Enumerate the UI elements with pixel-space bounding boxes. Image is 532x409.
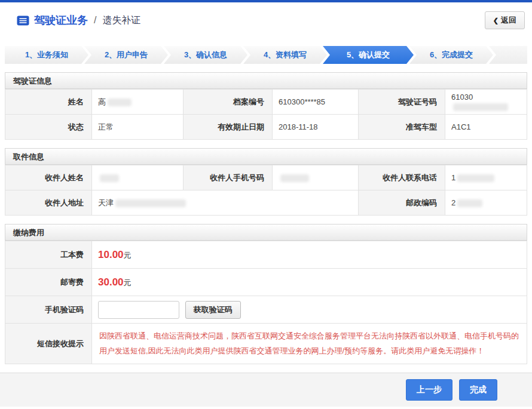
pickup-section-title: 取件信息: [5, 148, 527, 165]
pickup-info-table: 收件人姓名 收件人手机号码 收件人联系电话 1 收件人地址 天津 邮政编码 2: [5, 165, 527, 216]
license-number-label: 驾驶证号码: [359, 90, 445, 115]
captcha-cell: 获取验证码: [92, 296, 527, 324]
chevron-left-icon: ❮: [493, 17, 499, 24]
step-6-finish-submit: 6、完成提交: [409, 46, 493, 64]
recipient-phone-value: 1: [445, 165, 527, 190]
captcha-label: 手机验证码: [5, 296, 92, 324]
recipient-name-value: [92, 165, 184, 190]
mail-fee-amount: 30.00: [98, 276, 124, 288]
redacted-text: [115, 199, 186, 207]
status-value: 正常: [92, 115, 184, 140]
page-title: 驾驶证业务: [34, 13, 88, 27]
step-1-business-notice: 1、业务须知: [5, 46, 88, 64]
breadcrumb-separator: /: [94, 15, 96, 26]
recipient-phone-label: 收件人联系电话: [359, 165, 445, 190]
sms-notice-cell: 因陕西省联通、电信运营商技术问题，陕西省互联网交通安全综合服务管理平台无法向持陕…: [92, 324, 527, 364]
back-button[interactable]: ❮ 返回: [485, 11, 525, 29]
name-value: 高: [92, 90, 184, 115]
payment-section-title: 缴纳费用: [5, 224, 527, 241]
table-row: 邮寄费 30.00元: [5, 269, 527, 296]
recipient-address-label: 收件人地址: [5, 190, 92, 216]
license-info-section: 驾驶证信息 姓名 高 档案编号 610300****85 驾驶证号码 61030…: [5, 72, 527, 140]
step-4-fill-materials: 4、资料填写: [243, 46, 327, 64]
sms-notice-label: 短信接收提示: [5, 324, 92, 364]
vehicle-class-value: A1C1: [445, 115, 527, 140]
license-number-value: 61030: [445, 90, 527, 115]
work-fee-label: 工本费: [5, 241, 92, 269]
finish-button[interactable]: 完成: [459, 379, 497, 401]
work-fee-amount: 10.00: [98, 249, 124, 260]
list-icon: [17, 15, 29, 26]
expiry-date-label: 有效期止日期: [184, 115, 273, 140]
file-number-value: 610300****85: [273, 90, 359, 115]
currency-unit: 元: [124, 278, 132, 287]
vehicle-class-label: 准驾车型: [359, 115, 445, 140]
pickup-info-section: 取件信息 收件人姓名 收件人手机号码 收件人联系电话 1 收件人地址 天津 邮政…: [5, 148, 527, 216]
recipient-address-value: 天津: [92, 190, 359, 216]
redacted-text: [457, 174, 494, 182]
step-2-user-declaration: 2、用户申告: [84, 46, 168, 64]
currency-unit: 元: [124, 251, 132, 260]
breadcrumb: 驾驶证业务 / 遗失补证: [17, 13, 140, 27]
table-row: 姓名 高 档案编号 610300****85 驾驶证号码 61030: [5, 90, 527, 115]
redacted-text: [453, 103, 508, 111]
step-3-confirm-info: 3、确认信息: [164, 46, 247, 64]
redacted-text: [457, 199, 482, 207]
mail-fee-label: 邮寄费: [5, 269, 92, 296]
expiry-date-value: 2018-11-18: [273, 115, 359, 140]
postal-code-label: 邮政编码: [359, 190, 445, 216]
recipient-name-label: 收件人姓名: [5, 165, 92, 190]
table-row: 短信接收提示 因陕西省联通、电信运营商技术问题，陕西省互联网交通安全综合服务管理…: [5, 324, 527, 364]
redacted-text: [108, 99, 132, 106]
license-info-table: 姓名 高 档案编号 610300****85 驾驶证号码 61030 状态 正常…: [5, 89, 527, 140]
footer-action-bar: 上一步 完成: [0, 373, 532, 407]
postal-code-value: 2: [445, 190, 527, 216]
get-captcha-button[interactable]: 获取验证码: [185, 301, 241, 319]
step-navigation: 1、业务须知 2、用户申告 3、确认信息 4、资料填写 5、确认提交 6、完成提…: [5, 46, 527, 64]
step-bar-filler: [489, 46, 527, 64]
table-row: 手机验证码 获取验证码: [5, 296, 527, 324]
redacted-text: [280, 174, 309, 182]
back-button-label: 返回: [501, 15, 516, 26]
sms-notice-text: 因陕西省联通、电信运营商技术问题，陕西省互联网交通安全综合服务管理平台无法向持陕…: [98, 328, 521, 359]
recipient-mobile-label: 收件人手机号码: [184, 165, 273, 190]
status-label: 状态: [5, 115, 92, 140]
payment-table: 工本费 10.00元 邮寄费 30.00元 手机验证码 获取验证码 短信接收提示…: [5, 241, 527, 364]
redacted-text: [100, 174, 119, 182]
name-label: 姓名: [5, 90, 92, 115]
table-row: 收件人地址 天津 邮政编码 2: [5, 190, 527, 216]
table-row: 工本费 10.00元: [5, 241, 527, 269]
recipient-mobile-value: [273, 165, 359, 190]
payment-section: 缴纳费用 工本费 10.00元 邮寄费 30.00元 手机验证码 获取验证码 短…: [5, 224, 527, 364]
license-section-title: 驾驶证信息: [5, 72, 527, 89]
previous-step-button[interactable]: 上一步: [406, 379, 452, 401]
mail-fee-value: 30.00元: [92, 269, 527, 296]
file-number-label: 档案编号: [184, 90, 273, 115]
captcha-input[interactable]: [98, 301, 179, 319]
table-row: 收件人姓名 收件人手机号码 收件人联系电话 1: [5, 165, 527, 190]
page-subtitle: 遗失补证: [102, 14, 140, 27]
page-header: 驾驶证业务 / 遗失补证 ❮ 返回: [0, 2, 532, 38]
step-5-confirm-submit-active: 5、确认提交: [323, 46, 414, 64]
work-fee-value: 10.00元: [92, 241, 527, 269]
table-row: 状态 正常 有效期止日期 2018-11-18 准驾车型 A1C1: [5, 115, 527, 140]
